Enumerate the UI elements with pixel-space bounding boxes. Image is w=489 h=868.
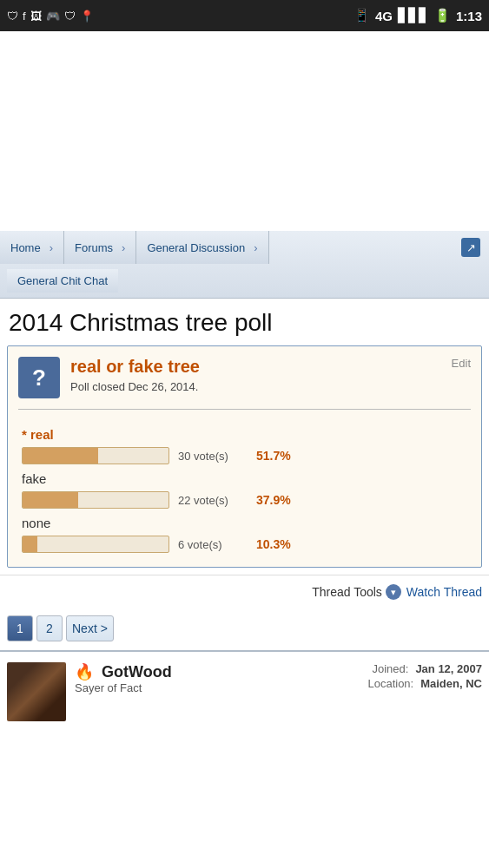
poll-question-icon: ? [18,357,60,398]
dropdown-arrow-icon: ▾ [386,584,401,600]
poll-box: ? real or fake tree Poll closed Dec 26, … [7,345,482,568]
post-joined-row: Joined: Jan 12, 2007 [372,662,482,675]
breadcrumb: Home Forums General Discussion ↗ General… [0,231,489,299]
poll-bar-fill-none [23,536,37,552]
poll-pct-fake: 37.9% [256,493,291,507]
poll-title-area: real or fake tree Poll closed Dec 26, 20… [70,357,471,393]
poll-options: real 30 vote(s) 51.7% fake 22 vote(s) 37… [8,410,481,567]
external-link-button[interactable]: ↗ [453,231,489,264]
poll-option-fake-label: fake [22,471,467,486]
username-text: GotWood [102,663,172,681]
map-icon: 📍 [80,10,94,23]
facebook-icon: f [23,10,26,23]
status-bar: 🛡 f 🖼 🎮 🛡 📍 📱 4G ▋▋▋ 🔋 1:13 [0,0,489,31]
poll-bar-row-real: 30 vote(s) 51.7% [22,447,467,464]
poll-bar-bg-none [22,536,169,553]
poll-votes-fake: 22 vote(s) [178,494,248,507]
thread-tools-button[interactable]: Thread Tools ▾ [312,584,401,600]
ad-area [0,31,489,231]
post-username: 🔥 GotWood [75,662,326,681]
poll-title: real or fake tree [70,357,471,377]
game-icon: 🎮 [46,10,60,23]
poll-pct-real: 51.7% [256,449,291,463]
location-label: Location: [367,677,413,690]
page-title: 2014 Christmas tree poll [0,299,489,345]
poll-bar-bg-real [22,447,169,464]
poll-bar-fill-fake [23,492,78,508]
pagination: 1 2 Next > [0,608,489,650]
avatar-image [7,662,66,721]
post-avatar [7,662,66,721]
poll-option-none-label: none [22,516,467,530]
breadcrumb-home[interactable]: Home [0,231,64,264]
watch-thread-link[interactable]: Watch Thread [406,585,482,599]
poll-bar-fill-real [23,448,98,464]
network-type: 4G [375,9,393,23]
post-user-info: 🔥 GotWood Sayer of Fact [75,662,326,694]
poll-votes-none: 6 vote(s) [178,538,248,551]
location-value: Maiden, NC [420,677,482,690]
breadcrumb-forums[interactable]: Forums [64,231,136,264]
post-meta: Joined: Jan 12, 2007 Location: Maiden, N… [334,662,482,690]
status-icons: 🛡 f 🖼 🎮 🛡 📍 [7,10,94,23]
poll-closed: Poll closed Dec 26, 2014. [70,380,471,393]
breadcrumb-current: General Chit Chat [7,269,118,293]
breadcrumb-general-discussion[interactable]: General Discussion [136,231,268,264]
poll-bar-bg-fake [22,491,169,509]
signal-icon: ▋▋▋ [398,8,429,23]
poll-votes-real: 30 vote(s) [178,450,248,463]
poll-edit-button[interactable]: Edit [452,357,471,370]
joined-label: Joined: [372,662,408,675]
poll-header: ? real or fake tree Poll closed Dec 26, … [8,346,481,409]
post-row: 🔥 GotWood Sayer of Fact Joined: Jan 12, … [0,652,489,732]
poll-bar-row-fake: 22 vote(s) 37.9% [22,491,467,509]
battery-icon: 🔋 [434,8,451,23]
post-user-title: Sayer of Fact [75,681,326,694]
network-icon: 📱 [354,8,370,23]
poll-bar-row-none: 6 vote(s) 10.3% [22,536,467,553]
next-page-button[interactable]: Next > [66,615,114,641]
joined-value: Jan 12, 2007 [415,662,482,675]
flame-icon: 🔥 [75,663,94,681]
status-right: 📱 4G ▋▋▋ 🔋 1:13 [354,8,482,23]
post-location-row: Location: Maiden, NC [367,677,482,690]
thread-toolbar: Thread Tools ▾ Watch Thread [0,575,489,608]
page-1-button[interactable]: 1 [7,615,33,641]
poll-pct-none: 10.3% [256,537,291,551]
thread-tools-label: Thread Tools [312,585,382,599]
page-2-button[interactable]: 2 [36,615,63,641]
shield-icon: 🛡 [7,10,18,23]
shield2-icon: 🛡 [64,10,76,23]
image-icon: 🖼 [30,10,42,23]
poll-option-real-label: real [22,427,467,442]
external-icon: ↗ [461,238,480,257]
clock: 1:13 [456,9,482,23]
